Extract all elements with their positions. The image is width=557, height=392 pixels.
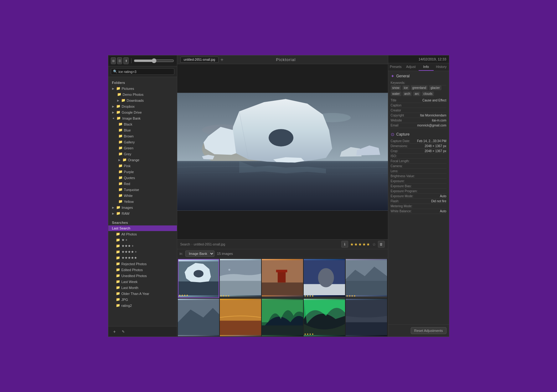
sidebar-item-5star[interactable]: 📁 ★★★★★	[108, 255, 177, 261]
delete-button[interactable]: 🗑	[378, 241, 385, 248]
thumbnail-item[interactable]: ● ● ● ●	[304, 259, 345, 298]
add-tab-button[interactable]: +	[219, 57, 224, 63]
tab-info[interactable]: Info	[419, 63, 434, 71]
folder-icon: 📁	[116, 256, 120, 260]
folder-label: Downloads	[127, 99, 174, 102]
thumbnail-item[interactable]	[262, 299, 303, 337]
sidebar-item-grey[interactable]: 📁 Grey	[108, 151, 177, 157]
brightness-row: Brightness Value:	[391, 174, 446, 179]
folder-label: White	[124, 194, 174, 198]
sidebar-item-blue[interactable]: 📁 Blue	[108, 127, 177, 133]
sidebar-item-yellow[interactable]: 📁 Yellow	[108, 199, 177, 204]
chevron-open-icon: ▼	[112, 117, 115, 120]
search-label: ★★★ +	[121, 244, 174, 248]
view-grid-button[interactable]: ⊞	[111, 57, 116, 64]
sidebar-item-images[interactable]: ▶ 📁 Images	[108, 204, 177, 210]
add-button[interactable]: +	[111, 328, 118, 335]
folder-label: Gallery	[124, 140, 174, 144]
sidebar-item-4star[interactable]: 📁 ★★★★ +	[108, 249, 177, 255]
share-button[interactable]: ⬆	[123, 57, 128, 64]
search-label: ★★★★★	[121, 256, 174, 260]
folder-select[interactable]: Image Bank	[185, 250, 214, 257]
sidebar-item-3star[interactable]: 📁 ★★★ +	[108, 243, 177, 249]
sidebar-item-unedited[interactable]: 📁 Unedited Photos	[108, 273, 177, 279]
thumbnail-item[interactable]: ● ● ● ●	[178, 259, 219, 298]
chevron-icon: ▶	[112, 87, 114, 90]
main-tab[interactable]: untitled-2651-small.jpg	[180, 57, 219, 63]
sidebar-item-orange[interactable]: ▶ 📁 Orange	[108, 157, 177, 163]
folder-icon: 📁	[116, 110, 121, 114]
sidebar-item-purple[interactable]: 📁 Purple	[108, 169, 177, 175]
thumbnail-item[interactable]: ● ● ● ●	[304, 299, 345, 337]
search-bar: 🔍	[108, 66, 177, 77]
view-list-button[interactable]: ☰	[117, 57, 122, 64]
sidebar-item-image-bank[interactable]: ▼ 📁 Image Bank	[108, 115, 177, 121]
toolbar-divider	[131, 58, 132, 63]
keyword-ice: ice	[402, 85, 410, 90]
flash-value: Did not fire	[431, 199, 446, 203]
keywords-label: Keywords:	[391, 81, 405, 85]
sidebar-item-jpg[interactable]: 📁 JPG	[108, 297, 177, 302]
sidebar-toolbar: ⊞ ☰ ⬆	[108, 55, 177, 66]
caption-label: Caption	[391, 104, 401, 107]
tab-adjust[interactable]: Adjust	[403, 63, 419, 71]
thumbnail-image	[178, 299, 219, 336]
sidebar-item-red[interactable]: 📁 Red	[108, 181, 177, 187]
wb-label: White Balance:	[391, 209, 412, 213]
sidebar-item-quotes[interactable]: 📁 Quotes	[108, 175, 177, 181]
thumbnail-image	[220, 259, 261, 297]
sidebar-item-pink[interactable]: 📁 Pink	[108, 163, 177, 169]
sidebar-item-demo-photos[interactable]: 📁 Demo Photos	[108, 91, 177, 97]
info-button[interactable]: ℹ	[341, 241, 348, 248]
zoom-slider[interactable]	[134, 58, 174, 63]
sidebar-item-rejected[interactable]: 📁 Rejected Photos	[108, 261, 177, 267]
exposure-row: Exposure:	[391, 179, 446, 184]
sidebar-item-brown[interactable]: 📁 Brown	[108, 133, 177, 139]
sidebar-item-white[interactable]: 📁 White	[108, 193, 177, 199]
photo-rating[interactable]: ★★★★★	[350, 242, 370, 247]
sidebar-item-green[interactable]: 📁 Green	[108, 145, 177, 151]
reset-adjustments-button[interactable]: Reset Adjustments	[411, 327, 446, 334]
folder-label: Pink	[124, 164, 174, 168]
tab-presets[interactable]: Presets	[388, 63, 404, 71]
search-label: All Photos	[121, 232, 174, 236]
sidebar-item-dropbox[interactable]: ▶ 📁 Dropbox	[108, 103, 177, 109]
thumbnail-item[interactable]	[346, 299, 387, 337]
sidebar-item-rating2[interactable]: 📁 rating2	[108, 302, 177, 308]
sidebar-item-all-photos[interactable]: 📁 All Photos	[108, 231, 177, 237]
folder-icon: 📁	[116, 250, 120, 254]
sidebar-item-gallery[interactable]: 📁 Gallery	[108, 139, 177, 145]
sidebar-item-last-search[interactable]: Last Search	[108, 225, 177, 231]
flash-row: Flash: Did not fire	[391, 199, 446, 204]
sidebar-item-edited[interactable]: 📁 Edited Photos	[108, 267, 177, 273]
thumbnail-item[interactable]	[178, 299, 219, 337]
sidebar-item-older-year[interactable]: 📁 Older Than A Year	[108, 291, 177, 297]
sidebar-item-last-week[interactable]: 📁 Last Week	[108, 279, 177, 285]
thumbnail-item[interactable]: ● ● ● ●	[220, 259, 261, 298]
sidebar-item-raw[interactable]: ▶ 📁 RAW	[108, 210, 177, 216]
focal-row: Focal Length:	[391, 159, 446, 164]
breadcrumb-file: untitled-2651-small.jpg	[194, 243, 225, 246]
tab-history[interactable]: History	[434, 63, 449, 71]
folder-icon: 📁	[118, 152, 123, 156]
sidebar-item-turquoise[interactable]: 📁 Turquoise	[108, 187, 177, 193]
sidebar-item-google-drive[interactable]: ▶ 📁 Google Drive	[108, 109, 177, 115]
folder-icon: 📁	[118, 199, 123, 204]
sidebar-item-black[interactable]: 📁 Black	[108, 121, 177, 127]
search-label: rating2	[121, 304, 174, 307]
folder-icon: 📁	[116, 291, 120, 296]
sidebar-item-last-month[interactable]: 📁 Last Month	[108, 285, 177, 291]
sidebar-item-2star[interactable]: 📁 ★ +	[108, 237, 177, 243]
thumbnail-item[interactable]	[262, 259, 303, 298]
search-input[interactable]	[119, 70, 172, 74]
folder-icon: 📁	[116, 286, 120, 290]
thumbnail-item[interactable]: ● ● ● ●	[346, 259, 387, 298]
thumbnail-item[interactable]	[220, 299, 261, 337]
thumbnail-image	[178, 260, 219, 297]
edit-button[interactable]: ✎	[120, 328, 126, 335]
title-label: Title	[391, 99, 397, 102]
sidebar-item-downloads[interactable]: ▶ 📁 Downloads	[108, 97, 177, 103]
image-count: 15 images	[217, 252, 233, 255]
search-label: Last Month	[121, 286, 174, 290]
sidebar-item-pictures[interactable]: ▶ 📁 Pictures	[108, 85, 177, 91]
